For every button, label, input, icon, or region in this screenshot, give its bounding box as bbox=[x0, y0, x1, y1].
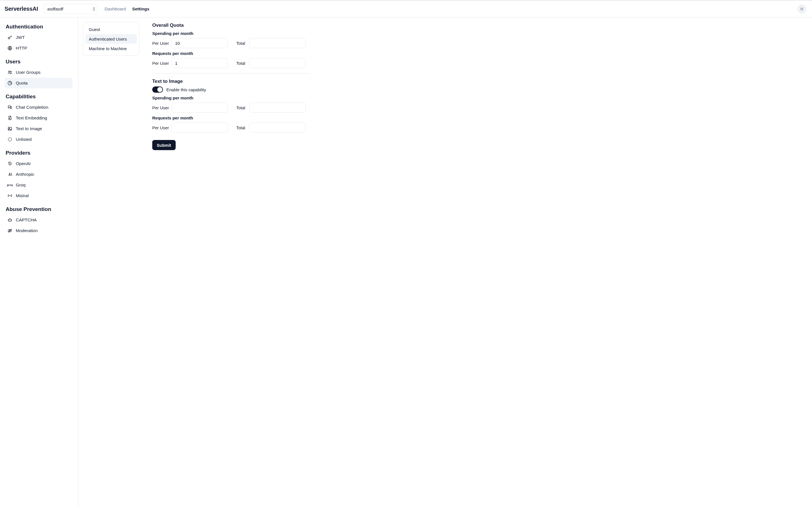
enable-capability-toggle[interactable] bbox=[152, 87, 163, 93]
sidebar-item-jwt[interactable]: JWT bbox=[4, 32, 72, 43]
field-tti-requests-total: Total bbox=[231, 122, 306, 133]
input-overall-spending-per-user[interactable] bbox=[171, 38, 228, 48]
sidebar-item-label: Quota bbox=[16, 80, 28, 86]
sidebar-group-abuse-prevention: Abuse Prevention CAPTCHA Moderation bbox=[1, 206, 76, 236]
input-overall-requests-per-user[interactable] bbox=[171, 58, 228, 68]
field-label: Total bbox=[236, 41, 247, 46]
project-select[interactable]: asdfasdf bbox=[43, 4, 98, 14]
openai-icon bbox=[7, 161, 12, 166]
input-overall-spending-total[interactable] bbox=[249, 38, 306, 48]
sidebar-item-captcha[interactable]: CAPTCHA bbox=[4, 215, 72, 225]
svg-rect-5 bbox=[8, 127, 11, 130]
file-arrow-icon bbox=[7, 115, 12, 121]
field-overall-spending-per-user: Per User bbox=[152, 38, 228, 48]
field-label: Per User bbox=[152, 41, 169, 46]
anthropic-icon bbox=[7, 172, 12, 177]
chat-icon bbox=[7, 105, 12, 110]
input-tti-requests-per-user[interactable] bbox=[171, 122, 228, 133]
sidebar-item-label: Mistral bbox=[16, 193, 29, 198]
sidebar-item-label: Groq bbox=[16, 182, 26, 187]
sidebar-item-openai[interactable]: OpenAI bbox=[4, 158, 72, 169]
sidebar-item-mistral[interactable]: Mistral bbox=[4, 190, 72, 201]
topbar: ServerlessAI asdfasdf Dashboard Settings… bbox=[0, 0, 812, 17]
svg-rect-12 bbox=[10, 195, 11, 196]
eye-off-icon bbox=[7, 228, 12, 233]
svg-point-2 bbox=[8, 71, 10, 72]
sidebar-item-user-groups[interactable]: User Groups bbox=[4, 67, 72, 78]
sidebar-item-anthropic[interactable]: Anthropic bbox=[4, 169, 72, 180]
sidebar-item-text-embedding[interactable]: Text Embedding bbox=[4, 113, 72, 123]
bot-icon bbox=[7, 217, 12, 223]
sidebar-item-label: Moderation bbox=[16, 228, 38, 233]
sidebar-item-text-to-image[interactable]: Text to Image bbox=[4, 123, 72, 134]
nav-settings[interactable]: Settings bbox=[132, 6, 149, 11]
input-tti-spending-per-user[interactable] bbox=[171, 103, 228, 113]
row-tti-requests: Per User Total bbox=[152, 122, 310, 133]
svg-rect-10 bbox=[8, 195, 8, 196]
toggle-row-enable-capability: Enable this capability bbox=[152, 87, 310, 93]
sidebar-item-unlisted[interactable]: Unlisted bbox=[4, 134, 72, 145]
subnav-authenticated-users[interactable]: Authenticated Users bbox=[86, 34, 137, 44]
subsection-label: Requests per month bbox=[152, 51, 310, 56]
sidebar-item-label: User Groups bbox=[16, 70, 41, 75]
svg-rect-16 bbox=[8, 219, 11, 221]
globe-icon bbox=[7, 46, 12, 51]
sidebar-item-label: OpenAI bbox=[16, 161, 31, 166]
sidebar-item-quota[interactable]: Quota bbox=[4, 78, 72, 89]
field-label: Per User bbox=[152, 125, 169, 130]
svg-rect-13 bbox=[11, 195, 12, 196]
sidebar-item-label: JWT bbox=[16, 35, 25, 40]
sidebar-item-label: Text Embedding bbox=[16, 115, 47, 121]
sidebar-item-label: Anthropic bbox=[16, 172, 34, 177]
input-overall-requests-total[interactable] bbox=[249, 58, 306, 68]
sidebar-item-moderation[interactable]: Moderation bbox=[4, 225, 72, 236]
input-tti-requests-total[interactable] bbox=[249, 122, 306, 133]
nav-dashboard[interactable]: Dashboard bbox=[105, 6, 126, 11]
sidebar-item-http[interactable]: HTTP bbox=[4, 43, 72, 54]
section-text-to-image: Text to Image Enable this capability Spe… bbox=[152, 78, 310, 133]
pie-icon bbox=[7, 80, 12, 86]
dashed-circle-icon bbox=[7, 137, 12, 142]
subsection-label: Requests per month bbox=[152, 115, 310, 120]
input-tti-spending-total[interactable] bbox=[249, 103, 306, 113]
subnav-guest[interactable]: Guest bbox=[86, 24, 137, 34]
svg-rect-9 bbox=[11, 194, 12, 195]
field-tti-spending-total: Total bbox=[231, 103, 306, 113]
subnav-machine-to-machine[interactable]: Machine to Machine bbox=[86, 44, 137, 53]
sidebar-item-label: Text to Image bbox=[16, 126, 42, 131]
sidebar-item-label: HTTP bbox=[16, 46, 27, 51]
sidebar-item-label: Unlisted bbox=[16, 137, 32, 142]
sidebar-item-label: Chat Completion bbox=[16, 105, 48, 110]
section-overall-quota: Overall Quota Spending per month Per Use… bbox=[152, 22, 310, 68]
groq-icon: groq bbox=[7, 182, 12, 187]
sidebar-group-title: Providers bbox=[6, 150, 71, 156]
sidebar-item-groq[interactable]: groq Groq bbox=[4, 180, 72, 190]
sidebar-group-authentication: Authentication JWT HTTP bbox=[1, 24, 76, 54]
mistral-icon bbox=[7, 193, 12, 198]
sidebar-group-title: Abuse Prevention bbox=[6, 206, 71, 212]
field-overall-requests-total: Total bbox=[231, 58, 306, 68]
submit-button[interactable]: Submit bbox=[152, 140, 175, 150]
field-label: Total bbox=[236, 125, 247, 130]
quota-form: Overall Quota Spending per month Per Use… bbox=[152, 22, 310, 503]
sidebar-item-label: CAPTCHA bbox=[16, 217, 37, 223]
row-overall-requests: Per User Total bbox=[152, 58, 310, 68]
sidebar-group-title: Users bbox=[6, 59, 71, 65]
avatar[interactable]: U bbox=[797, 4, 806, 13]
image-icon bbox=[7, 126, 12, 131]
field-tti-requests-per-user: Per User bbox=[152, 122, 228, 133]
sidebar-item-chat-completion[interactable]: Chat Completion bbox=[4, 102, 72, 113]
svg-rect-14 bbox=[8, 196, 8, 197]
svg-rect-15 bbox=[11, 196, 12, 197]
layout: Authentication JWT HTTP Users Us bbox=[0, 17, 812, 507]
key-icon bbox=[7, 35, 12, 40]
sidebar-group-title: Authentication bbox=[6, 24, 71, 30]
svg-rect-8 bbox=[8, 194, 8, 195]
brand-name: ServerlessAI bbox=[4, 6, 38, 12]
section-title: Overall Quota bbox=[152, 22, 310, 28]
field-overall-spending-total: Total bbox=[231, 38, 306, 48]
top-nav: Dashboard Settings bbox=[105, 6, 149, 11]
field-label: Per User bbox=[152, 105, 169, 110]
subsection-label: Spending per month bbox=[152, 96, 310, 100]
sidebar-group-title: Capabilities bbox=[6, 94, 71, 100]
